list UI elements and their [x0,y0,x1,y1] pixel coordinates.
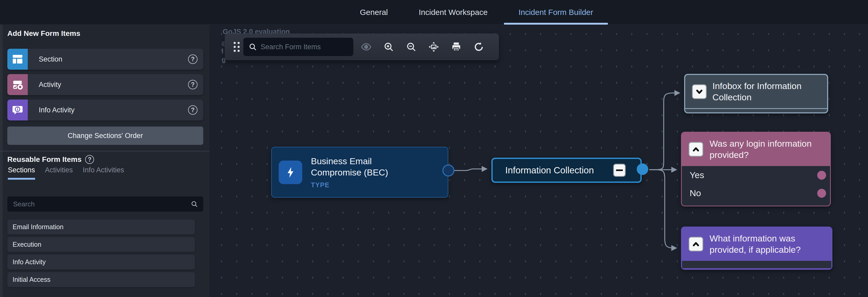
info-bubble-icon [7,99,28,120]
refresh-icon[interactable] [473,41,485,53]
section-help-icon[interactable]: ? [188,55,197,64]
reusable-form-items-title: Reusable Form Items ? [7,155,94,164]
link-layer [210,25,868,297]
add-section-button[interactable]: Section ? [7,49,203,70]
print-icon[interactable] [450,41,462,53]
list-item-initial-access[interactable]: Initial Access [7,272,195,287]
add-item-label: Info Activity [39,106,188,114]
add-info-activity-button[interactable]: Info Activity ? [7,99,203,120]
main-tabs: General Incident Workspace Incident Form… [345,0,608,25]
section-layout-icon [7,49,28,70]
tab-info-activities[interactable]: Info Activities [83,166,124,180]
canvas-toolbar [225,33,499,60]
zoom-in-icon[interactable] [383,41,395,53]
toolbar-drag-handle-icon[interactable] [234,42,240,52]
add-item-label: Activity [39,81,188,89]
add-new-form-items-title: Add New Form Items [7,29,80,38]
zoom-out-icon[interactable] [405,41,417,53]
link-information-collection-to-infobox[interactable] [649,93,679,170]
activity-help-icon[interactable]: ? [188,80,197,89]
tab-incident-workspace[interactable]: Incident Workspace [404,0,502,25]
fit-to-view-icon[interactable] [428,41,440,53]
list-item-info-activity[interactable]: Info Activity [7,255,195,269]
reusable-help-icon[interactable]: ? [85,155,94,164]
link-bec-to-information-collection[interactable] [455,169,487,171]
info-activity-help-icon[interactable]: ? [188,105,197,115]
tab-general[interactable]: General [345,0,403,25]
toolbar-buttons [360,41,485,53]
sidebar-search-input[interactable] [7,200,191,208]
canvas-search-input[interactable] [257,43,358,51]
list-item-email-information[interactable]: Email Information [7,219,195,234]
search-icon [249,43,257,51]
reusable-tabs: Sections Activities Info Activities [8,166,124,180]
add-item-label: Section [39,55,188,63]
sidebar-divider [0,151,210,151]
search-icon [191,200,198,208]
add-activity-button[interactable]: Activity ? [7,74,203,95]
list-item-execution[interactable]: Execution [7,237,195,252]
tab-activities[interactable]: Activities [45,166,73,180]
tab-sections[interactable]: Sections [8,166,35,180]
tab-incident-form-builder[interactable]: Incident Form Builder [504,0,608,25]
canvas-search [243,38,353,56]
form-builder-canvas[interactable]: GoJS 2.0 evaluation © l g [210,25,868,297]
activity-checklist-icon [7,74,28,95]
sidebar-search [7,197,203,212]
change-sections-order-button[interactable]: Change Sections' Order [7,126,203,145]
eye-icon[interactable] [360,41,372,53]
link-information-collection-to-question2[interactable] [649,170,676,248]
form-items-sidebar: Add New Form Items Section ? Activity ? [0,25,210,297]
sidebar-scrollbar[interactable] [0,25,3,297]
top-bar: General Incident Workspace Incident Form… [0,0,868,25]
